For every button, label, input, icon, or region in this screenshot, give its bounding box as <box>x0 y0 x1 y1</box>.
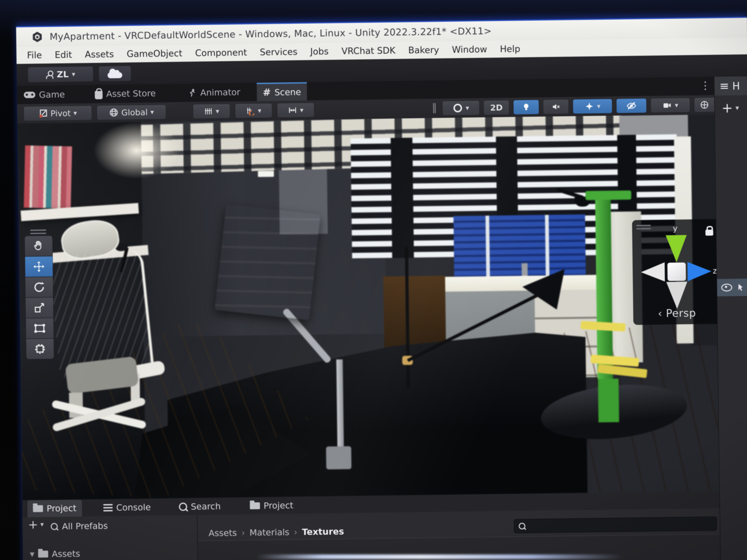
tab-animator[interactable]: Animator <box>187 83 240 102</box>
tools-drag-handle[interactable] <box>25 228 52 236</box>
scene-orientation-gizmo[interactable]: y z ‹ Persp <box>632 219 720 325</box>
lighting-toggle-button[interactable] <box>513 100 539 115</box>
rotate-tool-button[interactable] <box>25 277 53 298</box>
chevron-down-icon: ▾ <box>300 107 303 113</box>
breadcrumb-separator-icon: › <box>294 528 298 536</box>
gizmo-center-cube[interactable] <box>667 262 686 281</box>
cloud-icon <box>108 72 122 78</box>
chevron-down-icon: ▾ <box>736 104 739 111</box>
window-title: MyApartment - VRCDefaultWorldScene - Win… <box>50 25 492 42</box>
grid-visibility-button[interactable]: ▾ <box>193 104 230 119</box>
gizmo-drag-handle[interactable] <box>636 223 651 231</box>
menu-jobs[interactable]: Jobs <box>304 46 335 57</box>
menu-vrchat-sdk[interactable]: VRChat SDK <box>335 45 402 56</box>
chevron-down-icon: ▾ <box>465 105 469 111</box>
lock-icon[interactable] <box>705 230 713 236</box>
hand-icon <box>32 240 45 252</box>
game-icon <box>24 92 35 98</box>
hierarchy-header-tab[interactable]: ≡ H <box>714 76 747 96</box>
gizmo-down-cone[interactable] <box>666 282 688 309</box>
global-toggle-button[interactable]: Global ▾ <box>97 105 166 120</box>
menu-edit[interactable]: Edit <box>48 49 78 60</box>
gizmo-x-cone[interactable] <box>641 262 665 282</box>
tab-scene[interactable]: # Scene <box>257 82 307 101</box>
cloud-services-button[interactable] <box>99 65 131 82</box>
menu-help[interactable]: Help <box>493 44 526 54</box>
tab-game[interactable]: Game <box>24 85 65 104</box>
folder-icon <box>250 502 260 509</box>
toolbar-separator: ‖ <box>432 103 437 112</box>
menu-component[interactable]: Component <box>188 47 253 58</box>
hamburger-icon: ≡ <box>720 80 729 92</box>
tab-asset-store[interactable]: Asset Store <box>95 84 156 103</box>
scene-viewport[interactable]: y z ‹ Persp ▾ <box>18 114 719 501</box>
menu-gameobject[interactable]: GameObject <box>120 48 189 59</box>
pick-cursor-icon[interactable] <box>736 283 744 291</box>
menu-bakery[interactable]: Bakery <box>402 45 445 55</box>
2d-toggle-button[interactable]: 2D <box>484 100 510 115</box>
menu-assets[interactable]: Assets <box>78 49 120 60</box>
account-button[interactable]: ZL ▾ <box>28 66 94 83</box>
draw-mode-button[interactable]: ▾ <box>442 101 480 115</box>
shaded-sphere-icon <box>453 103 463 113</box>
tree-item-assets[interactable]: ▼ Assets <box>30 549 80 559</box>
foldout-open-icon[interactable]: ▼ <box>30 551 34 557</box>
kebab-menu-icon[interactable]: ⋮ <box>700 80 711 91</box>
gizmos-button[interactable] <box>694 98 715 112</box>
gizmo-persp-label[interactable]: ‹ Persp <box>633 306 720 320</box>
hierarchy-row-highlighted[interactable] <box>717 278 747 296</box>
move-tool-button[interactable] <box>25 256 53 277</box>
effects-toggle-button[interactable]: ▾ <box>573 99 613 114</box>
effects-star-icon <box>585 102 594 111</box>
plus-icon: + <box>28 518 38 531</box>
gizmo-sphere-icon <box>700 100 710 110</box>
folder-icon <box>33 505 43 512</box>
rotate-icon <box>33 281 46 293</box>
gizmo-y-cone[interactable] <box>666 235 687 262</box>
pivot-toggle-button[interactable]: Pivot ▾ <box>24 105 92 121</box>
rect-tool-button[interactable] <box>26 318 54 339</box>
hand-tool-button[interactable] <box>25 236 53 257</box>
scale-tool-button[interactable] <box>25 297 54 318</box>
hierarchy-create-button[interactable]: + ▾ <box>722 101 747 115</box>
snap-grid-icon <box>246 106 255 115</box>
menu-file[interactable]: File <box>21 50 49 61</box>
project-search-input[interactable] <box>530 519 717 531</box>
menu-window[interactable]: Window <box>445 44 493 55</box>
monitor-edge-glow <box>256 555 622 559</box>
breadcrumb-assets[interactable]: Assets <box>208 528 237 538</box>
camera-settings-button[interactable]: ▾ <box>651 98 690 113</box>
account-label: ZL <box>57 69 69 80</box>
create-asset-button[interactable]: + ▾ <box>28 518 44 531</box>
gizmo-z-cone[interactable] <box>688 262 712 281</box>
tree-item-all-prefabs[interactable]: All Prefabs <box>50 521 108 532</box>
chevron-down-icon: ▾ <box>74 110 77 116</box>
chevron-down-icon: ▾ <box>150 109 154 115</box>
speaker-muted-icon <box>551 102 561 111</box>
snap-settings-button[interactable]: ▾ <box>235 103 272 118</box>
eye-slash-icon <box>626 101 637 111</box>
project-search-field[interactable] <box>514 516 717 533</box>
scene-monitor <box>215 204 320 320</box>
breadcrumb-materials[interactable]: Materials <box>250 527 289 538</box>
audio-toggle-button[interactable] <box>543 99 569 114</box>
increment-snap-button[interactable]: ▾ <box>277 103 314 118</box>
tab-project[interactable]: Project <box>27 500 82 517</box>
scene-3d-render <box>18 114 719 501</box>
unity-editor-window: MyApartment - VRCDefaultWorldScene - Win… <box>16 17 747 560</box>
transform-icon <box>34 343 46 355</box>
transform-tool-button[interactable] <box>26 339 54 359</box>
unity-logo-icon <box>31 31 44 43</box>
eye-icon[interactable] <box>721 284 732 292</box>
tab-search[interactable]: Search <box>173 498 226 515</box>
tab-console[interactable]: Console <box>98 499 156 516</box>
breadcrumb-textures[interactable]: Textures <box>302 526 344 537</box>
menu-services[interactable]: Services <box>253 47 304 57</box>
scene-visibility-button[interactable] <box>616 98 647 113</box>
plus-icon: + <box>722 101 733 115</box>
folder-open-icon <box>38 551 48 558</box>
chevron-down-icon: ▾ <box>675 102 678 109</box>
tab-project-2[interactable]: Project <box>244 497 299 514</box>
chevron-down-icon: ▾ <box>72 71 75 78</box>
pivot-icon <box>38 109 48 118</box>
